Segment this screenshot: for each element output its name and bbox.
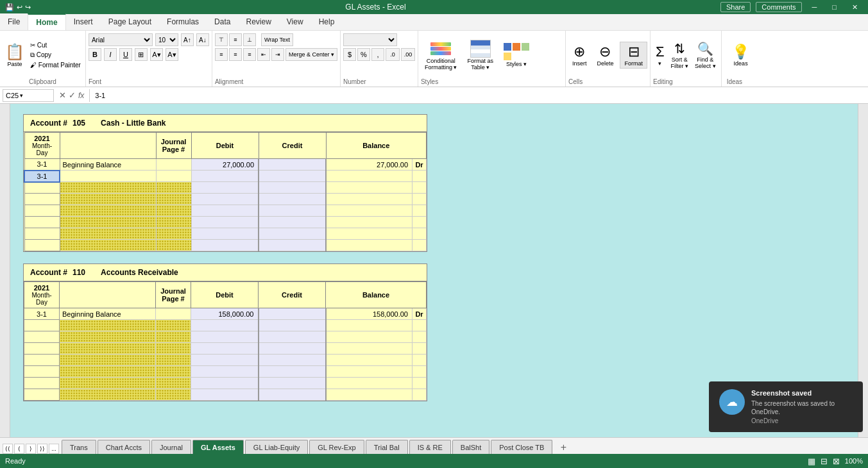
close-button[interactable]: ✕: [847, 3, 863, 12]
format-button[interactable]: ⊟ Format: [620, 42, 647, 69]
currency-button[interactable]: $: [343, 48, 356, 61]
italic-button[interactable]: I: [104, 48, 117, 61]
percent-button[interactable]: %: [357, 48, 370, 61]
decrease-decimal-button[interactable]: .0: [386, 48, 400, 61]
sum-button[interactable]: Σ ▾: [653, 42, 667, 68]
notification-service: OneDrive: [751, 417, 853, 424]
sheet-tab-journal[interactable]: Journal: [151, 440, 191, 454]
account-name-110: Accounts Receivable: [101, 268, 178, 277]
sheet-nav-first[interactable]: ⟨⟨: [3, 444, 13, 454]
decrease-font-button[interactable]: A↓: [196, 33, 209, 46]
cell-styles-button[interactable]: Styles ▾: [500, 42, 533, 69]
normal-view-icon[interactable]: ▦: [808, 456, 815, 466]
sheet-tab-gl-assets[interactable]: GL Assets: [192, 440, 244, 454]
desc-cell: [60, 355, 156, 366]
bold-button[interactable]: B: [89, 48, 101, 61]
tab-file[interactable]: File: [0, 13, 28, 30]
desc-cell: [60, 217, 156, 228]
desc-cell: [60, 182, 156, 194]
underline-button[interactable]: U: [119, 48, 132, 61]
quick-undo-icon[interactable]: ↩: [17, 3, 22, 12]
sheet-tab-balsht[interactable]: BalSht: [452, 440, 489, 454]
debit-cell: [191, 320, 259, 331]
account-header-110: Account # 110 Accounts Receivable: [24, 264, 427, 281]
tab-view[interactable]: View: [279, 13, 311, 30]
page-layout-view-icon[interactable]: ⊟: [821, 456, 828, 466]
wrap-text-button[interactable]: Wrap Text: [261, 33, 293, 46]
paste-button[interactable]: 📋 Paste: [3, 42, 27, 69]
balance-cell: 27,000.00: [326, 159, 413, 171]
number-format-select[interactable]: [343, 33, 397, 46]
font-color-button[interactable]: A▾: [166, 48, 178, 61]
border-button[interactable]: ⊞: [135, 48, 148, 61]
cell-ref-box[interactable]: C25 ▾: [3, 89, 54, 102]
sheet-nav-last[interactable]: ⟩⟩: [37, 444, 47, 454]
format-painter-button[interactable]: 🖌 Format Painter: [28, 61, 83, 69]
insert-function-icon[interactable]: fx: [78, 91, 84, 100]
delete-button[interactable]: ⊖ Delete: [593, 42, 617, 68]
minimize-button[interactable]: ─: [807, 3, 822, 11]
align-middle-button[interactable]: ≡: [229, 33, 242, 46]
formula-input[interactable]: [92, 92, 865, 99]
balance-cell: [326, 355, 413, 366]
sheet-tab-post-close-tb[interactable]: Post Close TB: [491, 440, 552, 454]
tab-formulas[interactable]: Formulas: [159, 13, 207, 30]
account-num-110: 110: [72, 268, 85, 277]
insert-button[interactable]: ⊕ Insert: [568, 42, 591, 68]
confirm-formula-icon[interactable]: ✓: [69, 90, 76, 100]
tab-review[interactable]: Review: [238, 13, 278, 30]
tab-page-layout[interactable]: Page Layout: [101, 13, 159, 30]
credit-cell: [259, 171, 326, 182]
sheet-tab-gl-rev-exp[interactable]: GL Rev-Exp: [309, 440, 364, 454]
page-break-view-icon[interactable]: ⊠: [833, 456, 840, 466]
align-left-button[interactable]: ≡: [215, 48, 228, 61]
align-bottom-button[interactable]: ⊥: [243, 33, 256, 46]
sheet-nav-more[interactable]: ...: [49, 444, 59, 454]
align-top-button[interactable]: ⊤: [215, 33, 228, 46]
sheet-tab-trans[interactable]: Trans: [62, 440, 96, 454]
cut-button[interactable]: ✂ Cut: [28, 41, 83, 49]
copy-button[interactable]: ⧉ Copy: [28, 51, 83, 60]
tab-home[interactable]: Home: [28, 13, 65, 30]
find-select-button[interactable]: 🔍 Find & Select ▾: [692, 40, 719, 71]
quick-redo-icon[interactable]: ↪: [25, 3, 31, 12]
date-cell: [24, 355, 60, 366]
dr-cell: [413, 194, 427, 205]
format-as-table-button[interactable]: Format as Table ▾: [463, 38, 497, 72]
align-right-button[interactable]: ≡: [243, 48, 256, 61]
increase-decimal-button[interactable]: .00: [401, 48, 415, 61]
merge-center-button[interactable]: Merge & Center ▾: [285, 48, 337, 61]
number-label: Number: [343, 78, 366, 85]
sheet-nav-prev[interactable]: ⟨: [14, 444, 24, 454]
credit-cell: [259, 355, 326, 366]
tab-insert[interactable]: Insert: [66, 13, 101, 30]
sort-filter-button[interactable]: ⇅ Sort & Filter ▾: [668, 40, 692, 71]
quick-save-icon[interactable]: 💾: [5, 3, 14, 12]
tab-help[interactable]: Help: [311, 13, 343, 30]
increase-indent-button[interactable]: ⇥: [271, 48, 284, 61]
sheet-tab-is-&-re[interactable]: IS & RE: [409, 440, 451, 454]
align-center-button[interactable]: ≡: [229, 48, 242, 61]
font-name-select[interactable]: Arial: [89, 33, 153, 46]
credit-cell: [259, 389, 326, 401]
decrease-indent-button[interactable]: ⇤: [257, 48, 270, 61]
maximize-button[interactable]: □: [827, 3, 842, 11]
cancel-formula-icon[interactable]: ✕: [59, 90, 66, 100]
sheet-nav-next[interactable]: ⟩: [26, 444, 36, 454]
sheet-add-button[interactable]: +: [556, 441, 570, 454]
balance-cell: [326, 171, 413, 182]
fill-color-button[interactable]: A▾: [150, 48, 163, 61]
comments-button[interactable]: Comments: [756, 2, 801, 12]
sheet-tab-gl-liab-equity[interactable]: GL Liab-Equity: [245, 440, 308, 454]
increase-font-button[interactable]: A↑: [181, 33, 194, 46]
ideas-button[interactable]: 💡 Ideas: [727, 33, 755, 76]
comma-button[interactable]: ,: [371, 48, 384, 61]
conditional-formatting-button[interactable]: Conditional Formatting ▾: [421, 38, 461, 72]
share-button[interactable]: Share: [720, 2, 751, 12]
sheet-tab-chart-accts[interactable]: Chart Accts: [98, 440, 150, 454]
sheet-tab-trial-bal[interactable]: Trial Bal: [366, 440, 408, 454]
balance-cell: [326, 205, 413, 217]
tab-data[interactable]: Data: [207, 13, 238, 30]
date-cell[interactable]: 3-1: [24, 171, 60, 182]
font-size-select[interactable]: 10: [155, 33, 178, 46]
